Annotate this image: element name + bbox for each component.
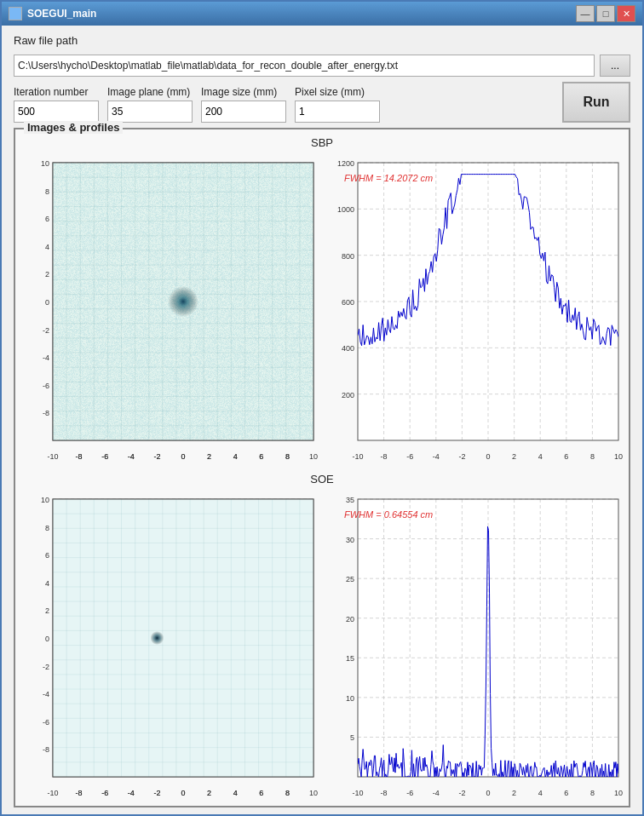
app-icon <box>9 7 22 20</box>
window-title: SOEGUI_main <box>27 8 96 20</box>
iteration-group: Iteration number <box>14 86 99 123</box>
iteration-label: Iteration number <box>14 86 99 98</box>
pixel-size-input[interactable] <box>295 101 380 123</box>
close-button[interactable]: ✕ <box>617 5 635 22</box>
params-row: Iteration number Image plane (mm) Image … <box>14 82 630 123</box>
images-panel: Images & profiles SBP FWHM = 14.2072 cm … <box>14 128 630 807</box>
soe-fwhm-label: FWHM = 0.64554 cm <box>344 509 433 520</box>
file-row: ... <box>14 55 630 77</box>
main-window: SOEGUI_main — □ ✕ Raw file path ... Iter… <box>0 0 644 816</box>
panel-title: Images & profiles <box>24 121 123 134</box>
run-button[interactable]: Run <box>562 82 630 123</box>
soe-row: FWHM = 0.64554 cm <box>20 491 624 801</box>
image-size-input[interactable] <box>201 101 286 123</box>
title-bar: SOEGUI_main — □ ✕ <box>2 2 642 26</box>
sbp-image-container <box>20 154 322 464</box>
sbp-profile-canvas <box>325 154 627 464</box>
raw-file-label: Raw file path <box>14 34 630 47</box>
sbp-title: SBP <box>20 136 624 149</box>
image-plane-group: Image plane (mm) <box>107 86 193 123</box>
sbp-profile-container: FWHM = 14.2072 cm <box>325 154 627 464</box>
iteration-input[interactable] <box>14 101 99 123</box>
pixel-size-label: Pixel size (mm) <box>295 86 380 98</box>
soe-profile-canvas <box>325 491 627 801</box>
image-size-label: Image size (mm) <box>201 86 286 98</box>
minimize-button[interactable]: — <box>576 5 595 22</box>
image-plane-input[interactable] <box>107 101 193 123</box>
soe-profile-container: FWHM = 0.64554 cm <box>325 491 627 801</box>
image-size-group: Image size (mm) <box>201 86 286 123</box>
sbp-image-canvas <box>20 154 322 464</box>
browse-button[interactable]: ... <box>600 55 630 77</box>
all-charts: SBP FWHM = 14.2072 cm SOE <box>20 136 624 801</box>
sbp-fwhm-label: FWHM = 14.2072 cm <box>344 173 433 183</box>
file-path-input[interactable] <box>14 55 595 77</box>
sbp-row: FWHM = 14.2072 cm <box>20 154 624 464</box>
soe-title: SOE <box>20 473 624 486</box>
pixel-size-group: Pixel size (mm) <box>295 86 380 123</box>
title-buttons: — □ ✕ <box>576 5 635 22</box>
image-plane-label: Image plane (mm) <box>107 86 193 98</box>
title-bar-left: SOEGUI_main <box>9 7 96 20</box>
soe-image-container <box>20 491 322 801</box>
maximize-button[interactable]: □ <box>596 5 615 22</box>
main-content: Raw file path ... Iteration number Image… <box>2 26 642 816</box>
soe-image-canvas <box>20 491 322 801</box>
